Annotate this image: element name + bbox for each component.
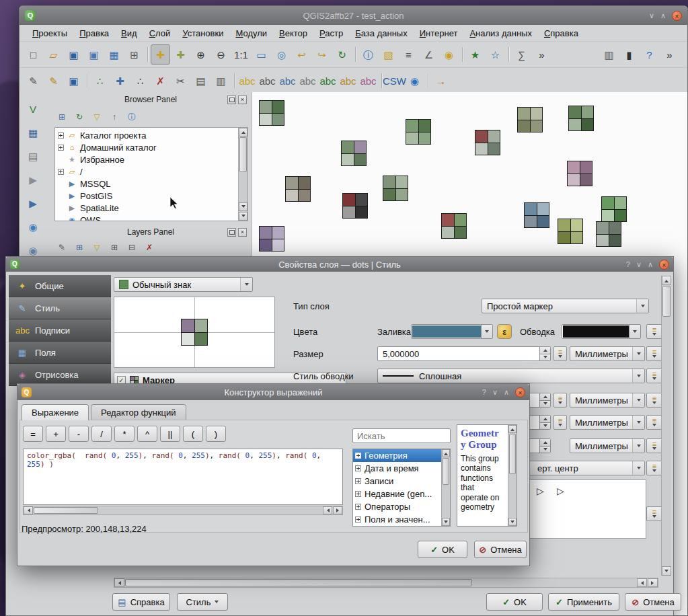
processing-toolbox-button[interactable]: ▥: [599, 44, 619, 65]
operator-button[interactable]: *: [114, 426, 135, 442]
new-bookmark-button[interactable]: ★: [465, 44, 485, 65]
menu-item[interactable]: Интернет: [414, 27, 464, 40]
data-defined-color-button[interactable]: ε: [497, 324, 512, 339]
toggle-editing-button[interactable]: ✎: [44, 71, 63, 91]
whats-this-icon[interactable]: ?: [626, 260, 630, 269]
cancel-button[interactable]: ⊘ Отмена: [474, 541, 527, 558]
python-console-button[interactable]: ▮: [619, 44, 639, 65]
properties-widget-button[interactable]: ⓘ: [124, 110, 139, 124]
scroll-thumb[interactable]: [509, 434, 516, 474]
show-bookmarks-button[interactable]: ☆: [486, 44, 505, 65]
move-feature-button[interactable]: ✚: [110, 71, 130, 91]
label-show-hide-button[interactable]: abc: [298, 71, 317, 91]
data-defined-override-button[interactable]: ≡: [646, 393, 662, 408]
close-icon[interactable]: ×: [672, 11, 682, 21]
scroll-left-icon[interactable]: [24, 506, 33, 514]
minimize-icon[interactable]: ∨: [492, 387, 498, 397]
maximize-icon[interactable]: ∧: [648, 260, 653, 269]
tree-expander-icon[interactable]: [58, 169, 64, 175]
tree-expander-icon[interactable]: [355, 465, 361, 471]
tab[interactable]: Выражение: [22, 404, 89, 420]
minimize-icon[interactable]: ∨: [649, 11, 654, 20]
pan-map-button[interactable]: ✚: [151, 44, 170, 65]
scroll-down-icon[interactable]: [239, 212, 247, 221]
scroll-thumb[interactable]: [239, 137, 247, 172]
tree-expander-icon[interactable]: [355, 491, 361, 497]
size-spinbox[interactable]: 5,000000: [377, 346, 551, 361]
menu-item[interactable]: Проекты: [26, 27, 73, 40]
sidebar-item[interactable]: ✎ Стиль: [9, 297, 111, 319]
data-defined-override-button[interactable]: ≡: [646, 324, 662, 339]
tree-expander-icon[interactable]: [355, 504, 361, 510]
add-group-button[interactable]: ⊞: [72, 241, 87, 254]
scroll-up-icon[interactable]: [239, 128, 247, 137]
browser-tree-item[interactable]: ★ Избранное: [55, 153, 247, 165]
statistical-summary-button[interactable]: ∑: [512, 44, 531, 65]
identify-features-button[interactable]: ⓘ: [358, 44, 378, 65]
refresh-map-button[interactable]: ↻: [332, 44, 352, 65]
search-input[interactable]: [352, 428, 451, 443]
data-defined-override-button[interactable]: ≡: [646, 506, 662, 521]
float-panel-icon[interactable]: [227, 95, 236, 104]
scroll-up-icon[interactable]: [442, 449, 450, 457]
function-group-item[interactable]: Поля и значен...: [353, 513, 450, 526]
add-selected-layers-button[interactable]: ⊞: [54, 110, 69, 124]
browser-tree-item[interactable]: ▶ PostGIS: [55, 190, 247, 202]
map-tips-button[interactable]: ◉: [439, 44, 459, 65]
operator-button[interactable]: =: [23, 426, 43, 442]
add-delimited-text-button[interactable]: ▤: [24, 147, 42, 165]
paste-features-button[interactable]: ▥: [211, 71, 231, 91]
scroll-thumb[interactable]: [662, 286, 671, 317]
toolbar-overflow-chevron[interactable]: »: [532, 44, 551, 65]
delete-selected-button[interactable]: ✗: [151, 71, 170, 91]
scroll-right-icon[interactable]: [333, 506, 342, 514]
function-group-item[interactable]: Геометрия: [353, 449, 450, 462]
zoom-next-button[interactable]: ↪: [312, 44, 332, 65]
zoom-full-button[interactable]: ▭: [252, 44, 271, 65]
cancel-button[interactable]: ⊘ Отмена: [625, 593, 681, 611]
node-tool-button[interactable]: ∴: [130, 71, 150, 91]
maximize-icon[interactable]: ∧: [660, 11, 666, 20]
new-project-button[interactable]: □: [24, 44, 43, 65]
scroll-thumb[interactable]: [34, 507, 98, 514]
zoom-out-button[interactable]: ⊖: [211, 44, 231, 65]
operator-button[interactable]: ): [206, 426, 226, 442]
properties-hscrollbar[interactable]: [114, 578, 658, 588]
browser-tree-item[interactable]: ⌂ Домашний каталог: [55, 141, 247, 153]
data-defined-override-button[interactable]: ≡: [553, 393, 567, 408]
add-raster-layer-button[interactable]: ▦: [24, 124, 42, 141]
scroll-down-icon[interactable]: [508, 518, 517, 526]
remove-layer-button[interactable]: ✗: [142, 241, 157, 254]
browser-tree[interactable]: ▱ Каталог проекта ⌂ Домашний каталог ★: [54, 127, 248, 221]
ok-button[interactable]: ✓ OK: [418, 541, 467, 558]
open-attribute-table-button[interactable]: ≡: [399, 44, 418, 65]
metasearch-csw-button[interactable]: CSW: [385, 71, 404, 91]
maximize-icon[interactable]: ∧: [504, 387, 509, 397]
extra-unit-combo[interactable]: Миллиметры: [570, 438, 645, 453]
new-print-composer-button[interactable]: ⊞: [124, 44, 144, 65]
layer-type-combo[interactable]: Простой маркер: [482, 299, 649, 313]
tree-expander-icon[interactable]: [355, 453, 361, 459]
function-group-item[interactable]: Недавние (gen...: [353, 488, 450, 500]
menu-item[interactable]: Правка: [73, 27, 115, 40]
editor-hscrollbar[interactable]: [23, 506, 343, 515]
menu-item[interactable]: Модули: [229, 27, 273, 40]
save-project-as-button[interactable]: ▣: [84, 44, 104, 65]
scroll-thumb[interactable]: [125, 579, 472, 586]
expand-all-layers-button[interactable]: ⊞: [107, 241, 122, 254]
properties-titlebar[interactable]: Q Свойства слоя — dots | Стиль ? ∨ ∧ ×: [6, 257, 673, 272]
offset-unit-combo[interactable]: Миллиметры: [570, 415, 645, 430]
function-group-item[interactable]: Дата и время: [353, 462, 450, 475]
size-unit-combo[interactable]: Миллиметры: [570, 346, 645, 361]
scroll-down-icon[interactable]: [442, 518, 450, 526]
data-defined-override-button[interactable]: ≡: [646, 346, 662, 361]
pan-to-selection-button[interactable]: ✚: [171, 44, 190, 65]
main-titlebar[interactable]: Q QGIS2affb27 - test_action ∨ ∧ ×: [20, 6, 687, 25]
apply-button[interactable]: ✓ Применить: [548, 593, 619, 611]
stroke-style-combo[interactable]: Сплошная: [377, 369, 645, 383]
data-defined-override-button[interactable]: ≡: [553, 415, 567, 430]
tree-expander-icon[interactable]: [355, 478, 361, 484]
menu-item[interactable]: Растр: [313, 27, 349, 40]
scroll-down-icon[interactable]: [239, 202, 247, 211]
label-highlight-button[interactable]: abc: [278, 71, 297, 91]
